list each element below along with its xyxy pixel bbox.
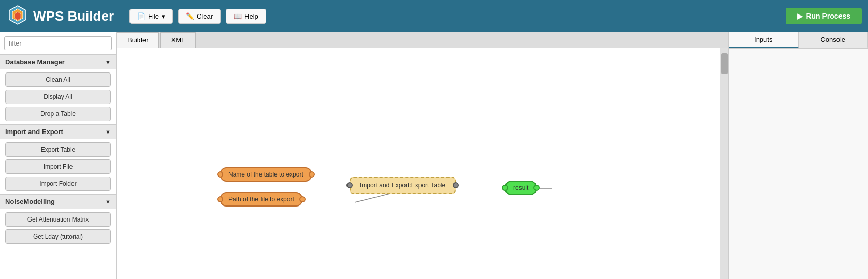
get-lday-button[interactable]: Get Lday (tutorial) [5, 229, 111, 244]
canvas-wrapper[interactable]: Name of the table to export Path of the … [117, 48, 728, 279]
connector-left-process [346, 182, 353, 188]
connector-left-1 [217, 171, 223, 178]
tab-builder[interactable]: Builder [117, 32, 159, 48]
category-database-manager[interactable]: Database Manager ▼ [0, 54, 116, 69]
scrollbar-thumb[interactable] [721, 53, 728, 74]
connector-left-2 [217, 196, 223, 202]
run-icon: ▶ [797, 12, 803, 20]
import-export-items: Export Table Import File Import Folder [0, 139, 116, 194]
header: WPS Builder 📄 File ▾ ✏️ Clear 📖 Help ▶ R… [0, 0, 868, 32]
main-layout: Database Manager ▼ Clean All Display All… [0, 32, 868, 279]
run-process-button[interactable]: ▶ Run Process [786, 8, 862, 24]
display-all-button[interactable]: Display All [5, 90, 111, 104]
search-input[interactable] [4, 36, 112, 50]
node-process-export-table[interactable]: Import and Export:Export Table [350, 177, 456, 194]
builder-area: Builder XML Name [117, 32, 728, 279]
wps-logo-icon [6, 5, 29, 27]
clean-all-button[interactable]: Clean All [5, 72, 111, 87]
canvas-scrollbar[interactable] [720, 48, 728, 279]
connector-right-output [533, 185, 540, 191]
noise-modelling-items: Get Attenuation Matrix Get Lday (tutoria… [0, 209, 116, 247]
canvas[interactable]: Name of the table to export Path of the … [117, 48, 728, 279]
database-manager-items: Clean All Display All Drop a Table [0, 69, 116, 124]
help-icon: 📖 [234, 12, 242, 20]
file-dropdown-icon: ▾ [162, 12, 165, 20]
file-icon: 📄 [137, 12, 146, 20]
category-import-export[interactable]: Import and Export ▼ [0, 124, 116, 139]
chevron-down-icon: ▼ [105, 59, 111, 65]
right-panel: Inputs Console [728, 32, 868, 279]
chevron-down-icon-3: ▼ [105, 199, 111, 205]
chevron-down-icon-2: ▼ [105, 129, 111, 135]
clear-icon: ✏️ [186, 12, 194, 20]
connector-left-output [502, 185, 508, 191]
help-button[interactable]: 📖 Help [226, 9, 266, 24]
node-input-file-path[interactable]: Path of the file to export [220, 192, 302, 207]
tab-inputs[interactable]: Inputs [729, 32, 799, 48]
logo-area: WPS Builder [6, 5, 114, 27]
connector-right-1 [309, 171, 315, 178]
workflow-container: Name of the table to export Path of the … [117, 48, 728, 279]
sidebar: Database Manager ▼ Clean All Display All… [0, 32, 117, 279]
connector-right-2 [299, 196, 306, 202]
get-attenuation-matrix-button[interactable]: Get Attenuation Matrix [5, 212, 111, 227]
right-tabs: Inputs Console [729, 32, 868, 49]
drop-table-button[interactable]: Drop a Table [5, 107, 111, 121]
clear-button[interactable]: ✏️ Clear [178, 9, 221, 24]
import-folder-button[interactable]: Import Folder [5, 177, 111, 191]
import-file-button[interactable]: Import File [5, 159, 111, 174]
logo-text: WPS Builder [33, 8, 114, 24]
node-output-result[interactable]: result [505, 181, 537, 195]
connector-right-process [453, 182, 459, 188]
tabs-bar: Builder XML [117, 32, 728, 48]
tab-console[interactable]: Console [799, 32, 869, 48]
tab-xml[interactable]: XML [160, 32, 196, 48]
category-noise-modelling[interactable]: NoiseModelling ▼ [0, 194, 116, 209]
node-input-table-name[interactable]: Name of the table to export [220, 167, 312, 182]
export-table-button[interactable]: Export Table [5, 142, 111, 157]
right-content [729, 49, 868, 59]
file-button[interactable]: 📄 File ▾ [129, 9, 173, 24]
